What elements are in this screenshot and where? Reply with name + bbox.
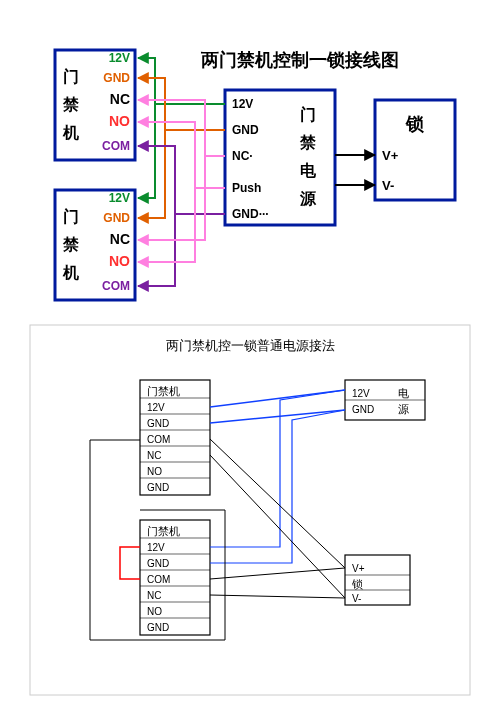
bottom-title: 两门禁机控一锁普通电源接法: [166, 338, 335, 353]
bw-a-com-vp: [210, 439, 345, 568]
top-b-pin-gnd: GND: [103, 211, 130, 225]
top-center-label: 门: [300, 105, 316, 123]
bot-b-gnd: GND: [147, 558, 169, 569]
top-left-box-a-label: 门: [63, 67, 79, 85]
bot-a-com: COM: [147, 434, 170, 445]
top-a-pin-com: COM: [102, 139, 130, 153]
wire-com-b: [138, 214, 175, 286]
bot-a-12v: 12V: [147, 402, 165, 413]
bot-rt-label1: 电: [398, 387, 409, 399]
wire-nc-link: [138, 100, 225, 156]
wire-12v-b: [138, 104, 155, 198]
bot-b-label: 门禁机: [147, 525, 180, 537]
top-b-pin-no: NO: [109, 253, 130, 269]
bot-rb-vm: V-: [352, 593, 361, 604]
bw-a-nc-vm: [210, 455, 345, 598]
top-b-pin-12v: 12V: [109, 191, 130, 205]
top-center-label3: 电: [300, 162, 317, 179]
wire-push-b: [138, 188, 195, 262]
bot-a-gnd2: GND: [147, 482, 169, 493]
bw-b-nc-vm: [210, 595, 345, 598]
bw-gnd-a: [210, 410, 345, 423]
top-c-pin-gnd: GND: [232, 123, 259, 137]
top-a-pin-12v: 12V: [109, 51, 130, 65]
top-left-box-b-label: 门: [63, 207, 79, 225]
wire-gnd-b: [138, 130, 165, 218]
diagram-svg: 两门禁机控制一锁接线图 门 禁 机 12V GND NC NO COM 门 禁 …: [0, 0, 500, 707]
top-center-label2: 禁: [299, 134, 317, 151]
bw-gnd-b: [210, 410, 345, 563]
top-left-box-b-label3: 机: [62, 264, 79, 281]
bot-rt-gnd: GND: [352, 404, 374, 415]
bot-b-gnd2: GND: [147, 622, 169, 633]
bot-a-no: NO: [147, 466, 162, 477]
top-title: 两门禁机控制一锁接线图: [200, 50, 399, 70]
top-b-pin-nc: NC: [110, 231, 130, 247]
top-right-label: 锁: [405, 114, 424, 134]
top-left-box-b-label2: 禁: [62, 236, 80, 253]
bot-a-gnd: GND: [147, 418, 169, 429]
bot-b-nc: NC: [147, 590, 161, 601]
bot-rt-12v: 12V: [352, 388, 370, 399]
bw-b-red-jumper: [120, 547, 140, 579]
top-r-pin-vminus: V-: [382, 178, 394, 193]
top-center-label4: 源: [299, 190, 317, 207]
top-a-pin-gnd: GND: [103, 71, 130, 85]
bot-b-12v: 12V: [147, 542, 165, 553]
top-left-box-a-label3: 机: [62, 124, 79, 141]
bot-b-no: NO: [147, 606, 162, 617]
bot-rt-label2: 源: [398, 403, 409, 415]
bot-rb-lock: 锁: [351, 578, 363, 590]
bot-rb-vp: V+: [352, 563, 365, 574]
top-a-pin-no: NO: [109, 113, 130, 129]
top-c-pin-nc: NC·: [232, 149, 253, 163]
top-left-box-a-label2: 禁: [62, 96, 80, 113]
top-c-pin-gnd2: GND···: [232, 207, 269, 221]
top-a-pin-nc: NC: [110, 91, 130, 107]
bw-b-com-vp: [210, 568, 345, 579]
bot-b-com: COM: [147, 574, 170, 585]
top-c-pin-12v: 12V: [232, 97, 253, 111]
bot-a-label: 门禁机: [147, 385, 180, 397]
top-b-pin-com: COM: [102, 279, 130, 293]
top-r-pin-vplus: V+: [382, 148, 399, 163]
top-c-pin-push: Push: [232, 181, 261, 195]
bot-a-nc: NC: [147, 450, 161, 461]
